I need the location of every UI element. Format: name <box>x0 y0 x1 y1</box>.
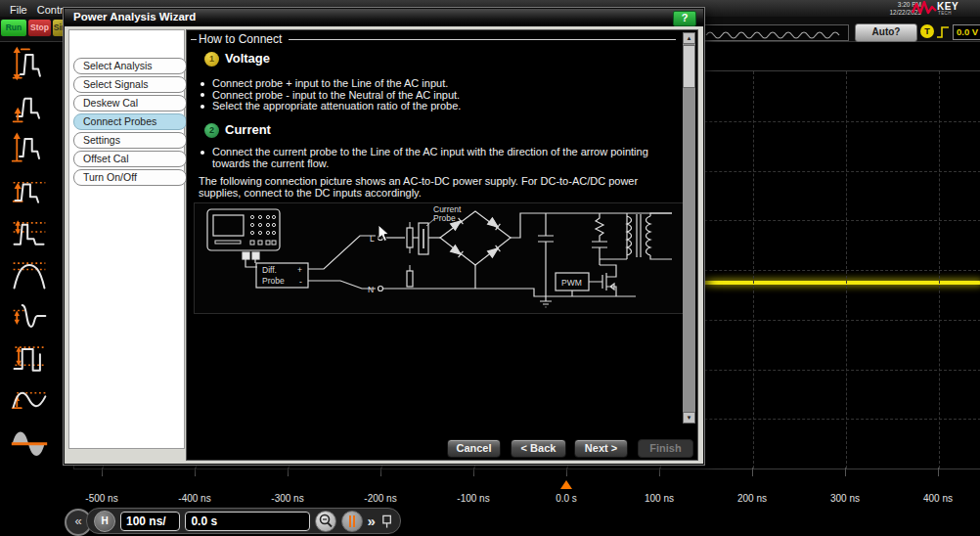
timebase-position-field[interactable]: 0.0 s <box>185 512 309 531</box>
content-scrollbar[interactable]: ▲ ▼ <box>683 32 695 424</box>
auto-trigger-button[interactable]: Auto? <box>855 23 917 42</box>
current-bullet-text: Connect the current probe to the Line of… <box>212 147 668 169</box>
axis-tick-label: 0.0 s <box>556 493 577 504</box>
axis-tick <box>845 468 846 476</box>
voltage-bullets: Connect probe + input to the Line of the… <box>199 78 683 112</box>
scrollbar-thumb[interactable] <box>683 45 695 88</box>
axis-tick <box>102 468 103 476</box>
cursor-bar-icon <box>353 515 355 527</box>
diff-probe-label: Probe <box>262 276 285 286</box>
axis-tick <box>566 468 567 476</box>
undershoot-measurement-icon[interactable] <box>6 296 53 335</box>
pulse-levels-measurement-icon[interactable] <box>6 338 53 378</box>
axis-tick-label: 100 ns <box>645 493 674 504</box>
vamplitude-measurement-icon[interactable] <box>6 128 53 167</box>
current-bullet: Connect the current probe to the Line of… <box>199 147 668 169</box>
axis-tick <box>659 468 660 476</box>
axis-tick-label: 300 ns <box>830 493 860 504</box>
current-probe-label: Probe <box>433 213 456 223</box>
axis-tick-label: 200 ns <box>737 493 767 504</box>
oscilloscope-screen: FileContr 3:20 PM 12/22/2023 KEY TECH Ru… <box>0 0 980 536</box>
run-button[interactable]: Run <box>0 19 27 37</box>
voltage-bullet: Select the appropriate attenuation ratio… <box>199 101 683 112</box>
keysight-logo-icon <box>912 1 937 16</box>
bullet-icon <box>200 151 204 155</box>
vpp-measurement-icon[interactable] <box>6 44 53 83</box>
expand-chevrons[interactable]: » <box>368 512 376 531</box>
pin-icon[interactable] <box>380 514 393 529</box>
axis-tick <box>288 468 289 476</box>
axis-tick <box>938 468 939 476</box>
wizard-step-select-signals[interactable]: Select Signals <box>73 76 187 93</box>
trigger-time-marker[interactable] <box>560 480 572 489</box>
vmin-measurement-icon[interactable] <box>6 86 53 125</box>
scroll-up-arrow-icon[interactable]: ▲ <box>683 32 695 44</box>
axis-tick-label: -400 ns <box>178 493 210 504</box>
back-button[interactable]: < Back <box>511 439 566 458</box>
voltage-step-badge: 1 <box>204 52 219 67</box>
voltage-bullet-text: Select the appropriate attenuation ratio… <box>212 101 461 112</box>
wizard-step-panel: Select AnalysisSelect SignalsDeskew CalC… <box>68 29 185 449</box>
horizontal-badge[interactable]: H <box>94 511 115 532</box>
rising-edge-icon <box>936 25 951 38</box>
horizontal-controls: H 100 ns/ 0.0 s » <box>86 508 401 534</box>
finish-button: Finish <box>638 439 693 458</box>
current-heading: Current <box>225 122 271 137</box>
groupbox-line <box>191 39 197 40</box>
summary-waveform-icon <box>703 26 846 39</box>
axis-tick <box>752 468 753 476</box>
trigger-source-badge[interactable]: T <box>920 24 934 38</box>
connection-diagram: Diff. Probe + - L N Current Probe PWM <box>194 202 688 314</box>
brand-logo: KEY TECH <box>910 0 978 17</box>
help-button[interactable]: ? <box>673 11 696 26</box>
scroll-down-arrow-icon[interactable]: ▼ <box>683 412 695 424</box>
wizard-step-offset-cal[interactable]: Offset Cal <box>73 151 187 167</box>
bullet-icon <box>200 105 204 109</box>
waveform-summary-bar[interactable] <box>702 24 849 41</box>
wizard-step-turn-on-off[interactable]: Turn On/Off <box>73 169 187 186</box>
probe-terminal <box>252 252 259 259</box>
wizard-step-connect-probes[interactable]: Connect Probes <box>73 113 187 130</box>
section-title: How to Connect <box>199 32 282 46</box>
next-button[interactable]: Next > <box>574 439 628 458</box>
axis-tick-label: -300 ns <box>271 493 303 504</box>
wizard-step-settings[interactable]: Settings <box>73 132 187 149</box>
connection-note: The following connection picture shows a… <box>199 176 683 199</box>
probe-terminal <box>243 252 249 259</box>
voltage-bullet-text: Connect probe + input to the Line of the… <box>212 78 448 90</box>
vmax-measurement-icon[interactable] <box>6 254 53 293</box>
vtop-measurement-icon[interactable] <box>6 170 53 209</box>
zoom-button[interactable] <box>315 511 336 532</box>
bullet-icon <box>200 82 204 86</box>
neutral-terminal-label: N <box>368 285 374 294</box>
axis-tick <box>195 468 196 476</box>
wizard-content: How to Connect 1 Voltage Connect probe +… <box>186 29 698 461</box>
overshoot-measurement-icon[interactable] <box>6 212 53 251</box>
current-bullets: Connect the current probe to the Line of… <box>199 147 668 169</box>
axis-tick-label: -500 ns <box>85 493 117 504</box>
voltage-bullet: Connect probe + input to the Line of the… <box>199 78 683 90</box>
stop-button[interactable]: Stop <box>27 19 52 37</box>
axis-tick-label: -200 ns <box>364 493 396 504</box>
area-measurement-icon[interactable] <box>6 423 53 462</box>
voltage-heading: Voltage <box>225 51 270 66</box>
minus-label: - <box>299 277 302 287</box>
line-terminal-label: L <box>370 234 375 244</box>
sine-peak-measurement-icon[interactable] <box>6 380 53 420</box>
timebase-scale-field[interactable]: 100 ns/ <box>120 512 180 531</box>
dialog-title-bar[interactable]: Power Analysis Wizard ? <box>65 9 703 26</box>
time-axis: -500 ns-400 ns-300 ns-200 ns-100 ns0.0 s… <box>0 468 980 511</box>
wizard-step-select-analysis[interactable]: Select Analysis <box>73 58 187 74</box>
cancel-button[interactable]: Cancel <box>447 439 501 458</box>
cursors-button[interactable] <box>341 511 363 532</box>
bullet-icon <box>200 93 204 97</box>
wizard-step-deskew-cal[interactable]: Deskew Cal <box>73 95 187 112</box>
dialog-title: Power Analysis Wizard <box>73 11 196 22</box>
axis-tick-label: -100 ns <box>457 493 489 504</box>
brand-secondary: TECH <box>938 11 952 16</box>
axis-tick-label: 400 ns <box>923 493 953 504</box>
trigger-level-field[interactable]: 0.0 V <box>953 24 980 40</box>
groupbox-line <box>289 39 676 40</box>
plus-label: + <box>297 265 302 275</box>
pwm-label: PWM <box>561 278 582 288</box>
